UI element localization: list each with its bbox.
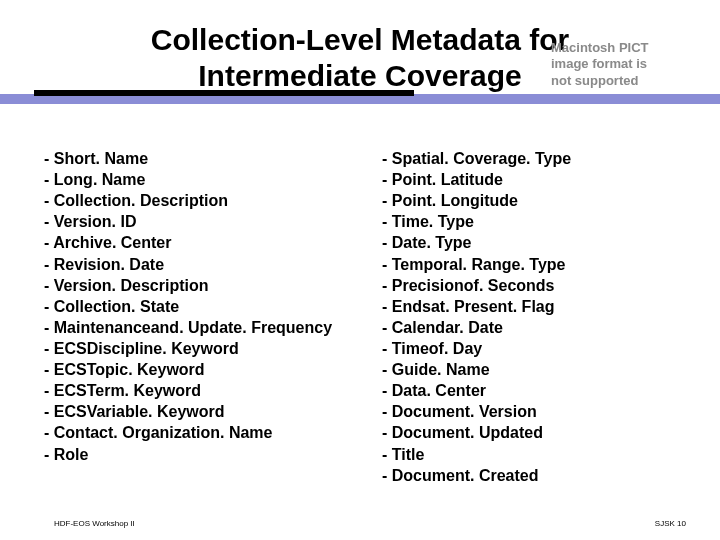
list-item: - Spatial. Coverage. Type xyxy=(382,148,652,169)
list-item-label: Document. Updated xyxy=(392,424,543,441)
bullet: - xyxy=(44,382,54,399)
list-item: - Revision. Date xyxy=(44,254,374,275)
bullet: - xyxy=(382,382,392,399)
list-col-right: - Spatial. Coverage. Type- Point. Latitu… xyxy=(382,148,652,486)
list-item: - Document. Created xyxy=(382,465,652,486)
bullet: - xyxy=(382,446,392,463)
list-item: - Temporal. Range. Type xyxy=(382,254,652,275)
list-item-label: Precisionof. Seconds xyxy=(392,277,555,294)
bullet: - xyxy=(382,234,392,251)
list-item-label: Long. Name xyxy=(54,171,146,188)
list-item: - Data. Center xyxy=(382,380,652,401)
list-item-label: Archive. Center xyxy=(53,234,171,251)
bullet: - xyxy=(382,213,392,230)
list-item: - Version. Description xyxy=(44,275,374,296)
list-item: - ECSTerm. Keyword xyxy=(44,380,374,401)
list-item-label: Document. Version xyxy=(392,403,537,420)
list-item: - Version. ID xyxy=(44,211,374,232)
list-item: - ECSTopic. Keyword xyxy=(44,359,374,380)
list-item-label: Guide. Name xyxy=(392,361,490,378)
bullet: - xyxy=(382,319,392,336)
list-item: - ECSDiscipline. Keyword xyxy=(44,338,374,359)
list-item-label: Document. Created xyxy=(392,467,539,484)
list-item-label: Version. ID xyxy=(54,213,137,230)
list-item: - Long. Name xyxy=(44,169,374,190)
bullet: - xyxy=(382,171,392,188)
list-item: - Role xyxy=(44,444,374,465)
slide: Collection-Level Metadata for Intermedia… xyxy=(0,0,720,540)
list-item: - Guide. Name xyxy=(382,359,652,380)
list-col-left: - Short. Name- Long. Name- Collection. D… xyxy=(44,148,374,486)
bullet: - xyxy=(382,361,392,378)
list-item: - Precisionof. Seconds xyxy=(382,275,652,296)
pict-line-1: Macintosh PICT xyxy=(551,40,686,56)
list-item-label: Data. Center xyxy=(392,382,486,399)
list-item-label: ECSDiscipline. Keyword xyxy=(54,340,239,357)
list-item: - Time. Type xyxy=(382,211,652,232)
list-item: - Point. Latitude xyxy=(382,169,652,190)
list-item-label: Revision. Date xyxy=(54,256,164,273)
list-item: - Short. Name xyxy=(44,148,374,169)
list-item-label: Role xyxy=(54,446,89,463)
content-body: - Short. Name- Long. Name- Collection. D… xyxy=(34,148,686,486)
bullet: - xyxy=(382,340,392,357)
bullet: - xyxy=(382,192,392,209)
list-item-label: Point. Latitude xyxy=(392,171,503,188)
list-item: - Collection. State xyxy=(44,296,374,317)
title-area: Collection-Level Metadata for Intermedia… xyxy=(34,22,686,94)
bullet: - xyxy=(44,213,54,230)
bullet: - xyxy=(44,298,54,315)
list-item: - Title xyxy=(382,444,652,465)
list-item-label: Calendar. Date xyxy=(392,319,503,336)
list-item-label: Temporal. Range. Type xyxy=(392,256,566,273)
list-item: - Archive. Center xyxy=(44,232,374,253)
bullet: - xyxy=(44,403,54,420)
bullet: - xyxy=(44,319,54,336)
list-item-label: Endsat. Present. Flag xyxy=(392,298,555,315)
list-item: - Calendar. Date xyxy=(382,317,652,338)
list-item-label: Contact. Organization. Name xyxy=(54,424,273,441)
list-item-label: Short. Name xyxy=(54,150,148,167)
bullet: - xyxy=(44,192,54,209)
pict-line-2: image format is xyxy=(551,56,686,72)
list-item-label: Point. Longitude xyxy=(392,192,518,209)
list-item: - Point. Longitude xyxy=(382,190,652,211)
bullet: - xyxy=(382,467,392,484)
list-item-label: Collection. Description xyxy=(54,192,228,209)
list-item-label: Version. Description xyxy=(54,277,209,294)
list-item: - Collection. Description xyxy=(44,190,374,211)
bullet: - xyxy=(382,256,392,273)
list-item: - Maintenanceand. Update. Frequency xyxy=(44,317,374,338)
list-item-label: Date. Type xyxy=(392,234,472,251)
list-item: - Contact. Organization. Name xyxy=(44,422,374,443)
bullet: - xyxy=(382,277,392,294)
bullet: - xyxy=(44,446,54,463)
bullet: - xyxy=(382,150,392,167)
list-item: - Document. Updated xyxy=(382,422,652,443)
pict-placeholder: Macintosh PICT image format is not suppo… xyxy=(551,40,686,89)
list-item-label: ECSVariable. Keyword xyxy=(54,403,225,420)
list-item: - Date. Type xyxy=(382,232,652,253)
pict-line-3: not supported xyxy=(551,73,686,89)
title-underline xyxy=(34,90,414,96)
footer-right: SJSK 10 xyxy=(655,519,686,528)
list-item-label: Maintenanceand. Update. Frequency xyxy=(54,319,332,336)
list-item: - Document. Version xyxy=(382,401,652,422)
list-item-label: Time. Type xyxy=(392,213,474,230)
list-item-label: ECSTerm. Keyword xyxy=(54,382,201,399)
list-item-label: Collection. State xyxy=(54,298,179,315)
list-item: - ECSVariable. Keyword xyxy=(44,401,374,422)
bullet: - xyxy=(382,424,392,441)
bullet: - xyxy=(44,340,54,357)
bullet: - xyxy=(44,277,54,294)
bullet: - xyxy=(44,424,54,441)
bullet: - xyxy=(44,256,54,273)
bullet: - xyxy=(382,403,392,420)
bullet: - xyxy=(382,298,392,315)
list-item-label: ECSTopic. Keyword xyxy=(54,361,205,378)
bullet: - xyxy=(44,361,54,378)
footer-left: HDF-EOS Workshop II xyxy=(54,519,135,528)
bullet: - xyxy=(44,150,54,167)
list-item-label: Title xyxy=(392,446,425,463)
list-item: - Timeof. Day xyxy=(382,338,652,359)
